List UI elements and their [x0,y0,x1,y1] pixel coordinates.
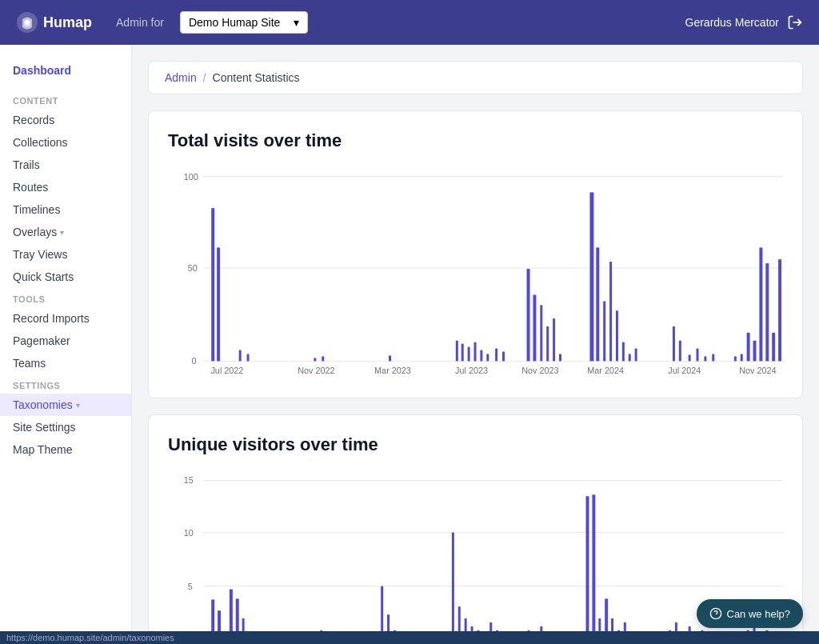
svg-rect-9 [211,208,214,361]
total-visits-chart-card: Total visits over time 100 50 0 [148,110,803,398]
svg-rect-68 [211,599,214,631]
svg-rect-15 [389,355,391,361]
sidebar-item-site-settings[interactable]: Site Settings [0,416,131,438]
logout-button[interactable] [787,14,803,30]
svg-rect-12 [247,354,250,362]
taxonomies-chevron-icon: ▾ [76,401,80,410]
svg-rect-99 [669,630,671,631]
svg-rect-74 [320,630,322,631]
total-visits-title: Total visits over time [168,130,783,151]
svg-rect-94 [605,598,608,631]
site-name: Demo Humap Site [189,16,289,29]
sidebar-item-tray-views[interactable]: Tray Views [0,243,131,266]
svg-rect-16 [456,341,458,362]
svg-rect-96 [617,630,620,631]
svg-rect-79 [452,533,454,631]
svg-point-1 [25,20,30,25]
svg-text:Mar 2023: Mar 2023 [374,366,411,375]
logo[interactable]: Humap [16,11,92,34]
user-name: Gerardus Mercator [685,16,779,29]
sidebar-item-timelines[interactable]: Timelines [0,198,131,221]
svg-rect-31 [596,247,599,361]
svg-rect-82 [471,626,473,631]
svg-rect-81 [465,618,467,631]
site-selector[interactable]: Demo Humap Site ▾ [180,11,308,34]
svg-rect-72 [242,618,245,631]
sidebar-section-settings: SETTINGS [0,374,131,394]
svg-rect-29 [559,354,561,362]
sidebar-item-trails[interactable]: Trails [0,154,131,176]
svg-rect-71 [236,598,239,631]
help-button[interactable]: Can we help? [697,599,804,628]
svg-rect-35 [622,342,625,362]
svg-rect-104 [701,630,703,631]
svg-rect-76 [381,586,383,631]
sidebar-item-teams[interactable]: Teams [0,352,131,374]
svg-rect-93 [598,618,601,631]
breadcrumb-current: Content Statistics [213,71,300,84]
svg-rect-19 [474,342,477,362]
svg-rect-17 [461,344,464,362]
sidebar-item-taxonomies[interactable]: Taxonomies ▾ [0,394,131,416]
svg-rect-97 [624,622,626,631]
main-content: Admin / Content Statistics Total visits … [132,45,819,631]
svg-text:Nov 2022: Nov 2022 [298,366,334,375]
total-visits-svg: 100 50 0 [168,167,783,375]
svg-rect-44 [734,356,737,361]
total-visits-chart-area: 100 50 0 [168,167,783,378]
svg-text:Mar 2024: Mar 2024 [587,366,624,375]
svg-rect-37 [635,349,637,362]
svg-rect-23 [502,352,505,362]
sidebar-item-dashboard[interactable]: Dashboard [0,58,131,83]
svg-rect-91 [586,496,589,631]
sidebar-item-map-theme[interactable]: Map Theme [0,438,131,461]
svg-rect-77 [387,614,390,631]
svg-rect-40 [689,355,691,362]
svg-text:15: 15 [184,475,194,485]
svg-rect-46 [747,333,750,361]
help-icon [709,607,722,620]
svg-rect-27 [546,326,549,361]
svg-rect-111 [765,630,768,631]
svg-rect-42 [704,356,706,361]
svg-text:0: 0 [192,356,197,366]
sidebar-item-collections[interactable]: Collections [0,131,131,154]
sidebar-item-routes[interactable]: Routes [0,176,131,198]
svg-rect-41 [697,349,699,362]
svg-rect-28 [553,318,555,361]
svg-text:Jul 2023: Jul 2023 [455,366,488,375]
header-right: Gerardus Mercator [685,14,803,30]
admin-for-label: Admin for [116,16,164,29]
svg-rect-34 [616,310,618,361]
svg-rect-33 [609,262,612,361]
svg-rect-48 [759,247,762,361]
svg-rect-25 [533,295,536,362]
breadcrumb-admin-link[interactable]: Admin [165,71,197,84]
sidebar-item-overlays[interactable]: Overlays ▾ [0,221,131,243]
status-url: https://demo.humap.site/admin/taxonomies [6,633,174,642]
unique-visitors-chart-area: 15 10 5 0 [168,471,783,631]
svg-rect-14 [322,356,324,361]
svg-rect-32 [603,301,605,361]
svg-rect-21 [486,354,489,362]
logo-text: Humap [43,14,92,31]
main-layout: Dashboard CONTENT Records Collections Tr… [0,45,819,631]
status-bar: https://demo.humap.site/admin/taxonomies [0,631,819,644]
sidebar: Dashboard CONTENT Records Collections Tr… [0,45,132,631]
sidebar-item-records[interactable]: Records [0,109,131,131]
svg-text:5: 5 [188,582,193,591]
sidebar-item-record-imports[interactable]: Record Imports [0,307,131,330]
sidebar-item-quick-starts[interactable]: Quick Starts [0,266,131,288]
svg-rect-24 [527,269,530,361]
svg-rect-50 [772,333,775,361]
svg-rect-47 [753,341,757,362]
sidebar-item-pagemaker[interactable]: Pagemaker [0,330,131,352]
svg-rect-36 [629,354,631,362]
app-header: Humap Admin for Demo Humap Site ▾ Gerard… [0,0,819,45]
svg-rect-22 [495,349,497,362]
svg-rect-83 [477,630,479,631]
svg-text:Nov 2023: Nov 2023 [521,366,558,375]
unique-visitors-title: Unique visitors over time [168,434,783,455]
breadcrumb: Admin / Content Statistics [148,61,803,94]
chevron-down-icon: ▾ [294,16,299,29]
